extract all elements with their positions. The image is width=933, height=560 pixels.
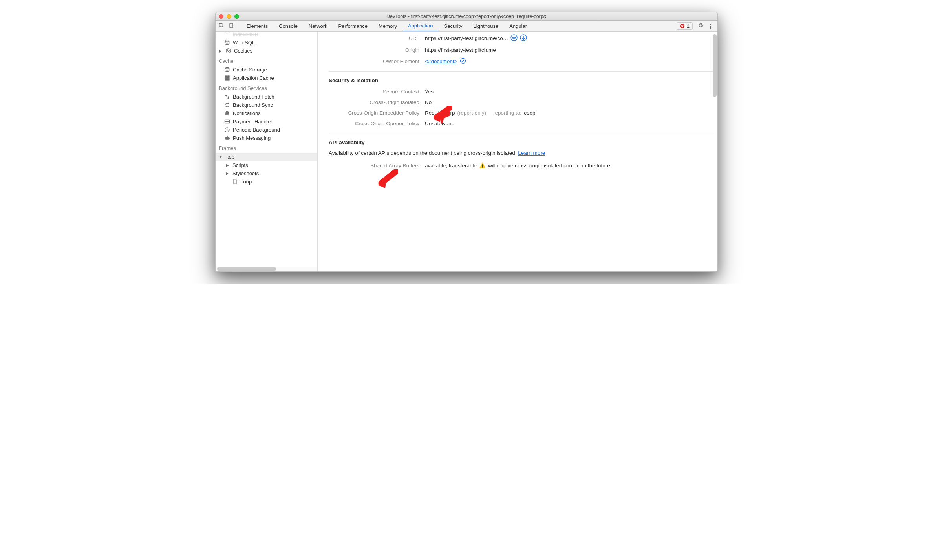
tab-security[interactable]: Security xyxy=(439,21,468,31)
coep-label: Cross-Origin Embedder Policy xyxy=(329,110,425,116)
sidebar-item-cache-storage[interactable]: Cache Storage xyxy=(216,66,317,74)
tab-application[interactable]: Application xyxy=(402,21,439,31)
tab-performance[interactable]: Performance xyxy=(333,21,373,31)
warning-icon: ⚠️ xyxy=(479,162,486,168)
owner-element-link[interactable]: <#document> xyxy=(425,59,457,64)
svg-rect-10 xyxy=(225,76,227,78)
sidebar-group-frames: Frames xyxy=(216,142,317,153)
origin-label: Origin xyxy=(329,47,425,53)
toolbar: Elements Console Network Performance Mem… xyxy=(216,21,717,32)
sidebar-item-frame-top[interactable]: ▼ top xyxy=(216,153,317,161)
svg-point-5 xyxy=(226,49,231,53)
cookie-icon xyxy=(225,48,231,54)
svg-rect-12 xyxy=(225,78,227,80)
content-vertical-scrollbar[interactable] xyxy=(712,32,717,271)
coi-value: No xyxy=(425,99,432,105)
svg-rect-20 xyxy=(512,37,516,38)
coop-label: Cross-Origin Opener Policy xyxy=(329,121,425,126)
svg-point-1 xyxy=(231,27,231,27)
chevron-right-icon: ▶ xyxy=(226,171,230,176)
tab-network[interactable]: Network xyxy=(303,21,333,31)
coep-mode: (report-only) xyxy=(457,110,487,116)
open-icon[interactable] xyxy=(520,34,527,42)
tab-angular[interactable]: Angular xyxy=(504,21,532,31)
sidebar-item-notifications[interactable]: Notifications xyxy=(216,109,317,117)
coep-reporting-label: reporting to: xyxy=(493,110,521,116)
svg-rect-13 xyxy=(227,78,229,80)
svg-point-9 xyxy=(225,67,229,69)
settings-icon[interactable] xyxy=(697,22,704,30)
security-heading: Security & Isolation xyxy=(329,72,713,86)
sidebar-item-bg-fetch[interactable]: Background Fetch xyxy=(216,93,317,101)
coi-label: Cross-Origin Isolated xyxy=(329,99,425,105)
api-description: Availability of certain APIs depends on … xyxy=(329,148,713,160)
fetch-icon xyxy=(224,94,230,100)
svg-point-3 xyxy=(225,32,229,33)
tab-memory[interactable]: Memory xyxy=(373,21,402,31)
sidebar-item-periodic[interactable]: Periodic Background xyxy=(216,126,317,134)
sidebar-item-payment[interactable]: Payment Handler xyxy=(216,117,317,126)
sidebar-item-websql[interactable]: Web SQL xyxy=(216,38,317,47)
svg-rect-11 xyxy=(227,76,229,78)
copy-icon[interactable] xyxy=(510,34,518,42)
grid-icon xyxy=(224,75,230,81)
clock-icon xyxy=(224,127,230,133)
database-icon xyxy=(224,67,230,73)
main-tabs: Elements Console Network Performance Mem… xyxy=(241,21,532,31)
error-counter[interactable]: 1 xyxy=(677,22,693,30)
tab-lighthouse[interactable]: Lighthouse xyxy=(468,21,504,31)
row-coi: Cross-Origin Isolated No xyxy=(329,97,713,108)
svg-point-19 xyxy=(511,35,517,41)
sab-label: Shared Array Buffers xyxy=(329,163,425,168)
url-value: https://first-party-test.glitch.me/co… xyxy=(425,35,508,41)
sidebar-item-scripts[interactable]: ▶ Scripts xyxy=(216,161,317,169)
device-toggle-icon[interactable] xyxy=(228,22,234,30)
sidebar-item-indexeddb[interactable]: IndexedDB xyxy=(216,32,317,38)
sync-icon xyxy=(224,102,230,108)
row-url: URL https://first-party-test.glitch.me/c… xyxy=(329,32,713,45)
row-secure-context: Secure Context Yes xyxy=(329,86,713,97)
database-icon xyxy=(224,32,230,37)
annotation-arrow-icon xyxy=(432,106,452,126)
sidebar-item-cookies[interactable]: ▶ Cookies xyxy=(216,47,317,55)
inspect-element-icon[interactable] xyxy=(218,22,224,30)
card-icon xyxy=(224,119,230,124)
more-menu-icon[interactable] xyxy=(708,24,713,29)
chevron-right-icon: ▶ xyxy=(219,49,223,53)
sidebar-group-cache: Cache xyxy=(216,55,317,66)
panel-body: IndexedDB Web SQL ▶ Cookies Cache Cache … xyxy=(216,32,717,271)
sidebar-item-app-cache[interactable]: Application Cache xyxy=(216,74,317,82)
svg-rect-15 xyxy=(225,121,229,122)
row-coop: Cross-Origin Opener Policy UnsafeNone xyxy=(329,118,713,129)
tab-elements[interactable]: Elements xyxy=(241,21,273,31)
sidebar-item-stylesheets[interactable]: ▶ Stylesheets xyxy=(216,169,317,178)
origin-value: https://first-party-test.glitch.me xyxy=(425,47,496,53)
document-icon xyxy=(232,179,238,185)
owner-label: Owner Element xyxy=(329,59,425,64)
sidebar-group-bg: Background Services xyxy=(216,82,317,93)
tab-console[interactable]: Console xyxy=(273,21,303,31)
sidebar-item-bg-sync[interactable]: Background Sync xyxy=(216,101,317,109)
sidebar-item-push[interactable]: Push Messaging xyxy=(216,134,317,142)
api-heading: API availablity xyxy=(329,134,713,148)
learn-more-link[interactable]: Learn more xyxy=(518,150,545,156)
reveal-icon[interactable] xyxy=(460,58,466,65)
sidebar-item-coop[interactable]: coop xyxy=(216,178,317,186)
svg-point-7 xyxy=(229,50,229,51)
row-coep: Cross-Origin Embedder Policy RequireCorp… xyxy=(329,108,713,118)
sab-value: available, transferable xyxy=(425,163,477,168)
content-area: URL https://first-party-test.glitch.me/c… xyxy=(318,32,717,271)
svg-point-22 xyxy=(460,59,465,64)
svg-point-4 xyxy=(225,40,229,42)
svg-point-8 xyxy=(228,51,229,52)
row-owner: Owner Element <#document> xyxy=(329,55,713,68)
sidebar: IndexedDB Web SQL ▶ Cookies Cache Cache … xyxy=(216,32,318,271)
chevron-down-icon: ▼ xyxy=(219,155,223,159)
secure-context-label: Secure Context xyxy=(329,89,425,95)
coep-reporting-value: coep xyxy=(524,110,535,116)
chevron-right-icon: ▶ xyxy=(226,163,230,167)
cloud-icon xyxy=(224,135,230,141)
sidebar-horizontal-scrollbar[interactable] xyxy=(216,267,317,271)
svg-point-6 xyxy=(227,50,228,51)
annotation-arrow-icon xyxy=(377,169,398,192)
